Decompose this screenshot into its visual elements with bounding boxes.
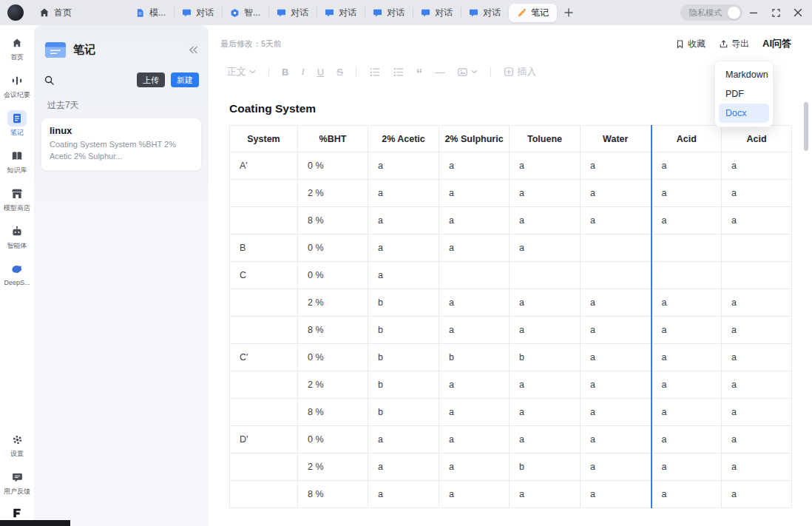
table-cell[interactable]: a [581, 152, 652, 180]
table-cell[interactable]: a [722, 289, 792, 317]
table-cell[interactable]: 2 % [298, 289, 368, 317]
sidebar-item-model-store[interactable]: 模型商店 [0, 181, 34, 218]
tab-models[interactable]: 模... [127, 4, 174, 22]
export-button[interactable]: 导出 [719, 38, 749, 50]
table-cell[interactable]: a [722, 207, 792, 235]
horizontal-rule-button[interactable]: — [435, 67, 444, 78]
table-cell[interactable]: a [368, 180, 439, 207]
table-cell[interactable]: a [581, 481, 652, 508]
table-cell[interactable]: a [652, 399, 722, 426]
table-cell[interactable]: b [368, 289, 439, 317]
tab-chat-6[interactable]: 对话 [461, 4, 509, 22]
table-cell[interactable]: a [439, 235, 510, 262]
table-cell[interactable]: 2 % [298, 371, 368, 399]
table-cell[interactable]: a [368, 235, 439, 262]
sidebar-item-meeting-notes[interactable]: 会议纪要 [0, 67, 34, 105]
table-cell[interactable]: D' [230, 426, 298, 453]
table-cell[interactable]: a [722, 344, 792, 371]
table-cell[interactable]: a [722, 399, 792, 426]
tab-chat-3[interactable]: 对话 [317, 4, 365, 22]
table-cell[interactable]: 8 % [298, 317, 368, 344]
column-header[interactable]: Acid [652, 126, 722, 152]
table-cell[interactable]: a [510, 235, 581, 262]
media-dropdown-button[interactable] [457, 67, 478, 78]
minimize-button[interactable] [742, 0, 765, 25]
table-cell[interactable]: a [581, 289, 652, 317]
search-icon[interactable] [44, 75, 55, 86]
sidebar-item-knowledge-base[interactable]: 知识库 [0, 143, 34, 181]
ordered-list-button[interactable] [369, 67, 380, 78]
export-menu-item-markdown[interactable]: Markdown [719, 65, 769, 84]
table-cell[interactable]: a [510, 207, 581, 235]
table-cell[interactable]: a [439, 481, 510, 508]
column-header[interactable]: Water [581, 126, 652, 152]
sidebar-item-settings[interactable]: 设置 [0, 426, 34, 464]
table-cell[interactable]: a [581, 317, 652, 344]
export-menu-item-docx[interactable]: Docx [719, 104, 769, 123]
table-cell[interactable]: a [581, 371, 652, 399]
new-tab-button[interactable] [558, 4, 579, 22]
table-cell[interactable]: a [510, 481, 581, 508]
tab-chat-4[interactable]: 对话 [365, 4, 413, 22]
sidebar-item-home[interactable]: 首页 [0, 30, 34, 67]
tab-chat-2[interactable]: 对话 [268, 4, 317, 22]
paragraph-style-dropdown[interactable]: 正文 [227, 65, 256, 78]
bold-button[interactable]: B [282, 67, 288, 78]
table-cell[interactable]: a [652, 426, 722, 453]
table-cell[interactable]: A' [230, 152, 298, 180]
table-cell[interactable] [581, 262, 652, 289]
sidebar-item-notes[interactable]: 笔记 [0, 105, 34, 143]
maximize-button[interactable] [765, 0, 787, 25]
table-cell[interactable]: a [439, 207, 510, 235]
column-header[interactable]: %BHT [298, 126, 368, 152]
table-cell[interactable]: b [439, 344, 510, 371]
table-cell[interactable]: a [510, 289, 581, 317]
table-cell[interactable]: b [368, 317, 439, 344]
underline-button[interactable]: U [317, 67, 324, 78]
table-cell[interactable]: 0 % [298, 262, 368, 289]
table-cell[interactable]: 0 % [298, 235, 368, 262]
column-header[interactable]: System [230, 126, 298, 152]
table-cell[interactable]: 8 % [298, 481, 368, 508]
tab-agents[interactable]: 智... [222, 4, 268, 22]
column-header[interactable]: 2% Acetic [368, 126, 439, 152]
table-cell[interactable]: a [652, 152, 722, 180]
table-cell[interactable]: a [510, 399, 581, 426]
table-cell[interactable]: a [439, 371, 510, 399]
column-header[interactable]: Acid [722, 126, 792, 152]
table-cell[interactable]: C' [230, 344, 298, 371]
table-cell[interactable]: a [510, 180, 581, 207]
table-cell[interactable]: b [368, 399, 439, 426]
table-cell[interactable]: a [652, 371, 722, 399]
table-cell[interactable]: a [722, 180, 792, 207]
table-cell[interactable] [230, 317, 298, 344]
table-cell[interactable]: 2 % [298, 453, 368, 481]
table-cell[interactable]: b [510, 344, 581, 371]
table-cell[interactable]: a [652, 289, 722, 317]
table-cell[interactable] [230, 371, 298, 399]
table-cell[interactable]: a [439, 180, 510, 207]
table-cell[interactable]: a [368, 262, 439, 289]
table-cell[interactable] [230, 180, 298, 207]
table-cell[interactable]: a [652, 481, 722, 508]
table-cell[interactable]: b [510, 453, 581, 481]
favorite-button[interactable]: 收藏 [675, 38, 706, 50]
table-cell[interactable]: a [722, 317, 792, 344]
new-note-button[interactable]: 新建 [171, 73, 199, 87]
table-cell[interactable]: a [652, 344, 722, 371]
sidebar-item-deepseek[interactable]: DeepS... [0, 256, 34, 291]
table-cell[interactable]: a [722, 152, 792, 180]
table-cell[interactable]: a [652, 180, 722, 207]
table-cell[interactable]: a [368, 453, 439, 481]
table-cell[interactable]: a [510, 426, 581, 453]
ai-qa-button[interactable]: AI问答 [762, 37, 791, 50]
tab-notes[interactable]: 笔记 [509, 4, 557, 22]
table-cell[interactable] [722, 262, 792, 289]
table-cell[interactable] [230, 399, 298, 426]
collapse-panel-button[interactable] [189, 46, 198, 54]
table-cell[interactable]: 2 % [298, 180, 368, 207]
scrollbar-thumb[interactable] [804, 102, 808, 151]
table-cell[interactable]: a [581, 344, 652, 371]
upload-button[interactable]: 上传 [137, 73, 165, 87]
table-cell[interactable] [230, 207, 298, 235]
